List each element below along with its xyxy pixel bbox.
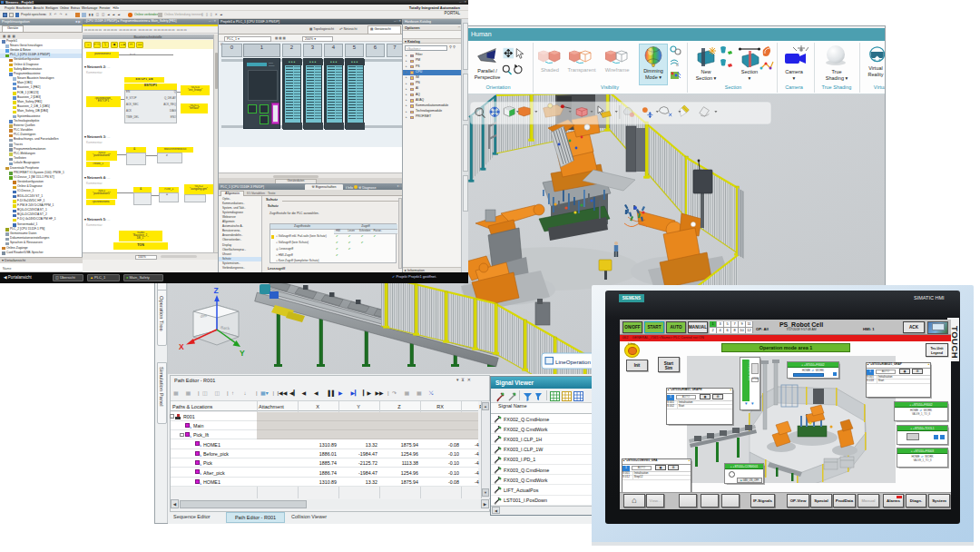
svg-text:X: X	[179, 342, 184, 351]
svg-text:Z: Z	[214, 286, 219, 295]
svg-text:d: d	[676, 62, 679, 67]
svg-text:Y: Y	[240, 349, 245, 358]
svg-text:LineOperation: LineOperation	[555, 359, 591, 365]
